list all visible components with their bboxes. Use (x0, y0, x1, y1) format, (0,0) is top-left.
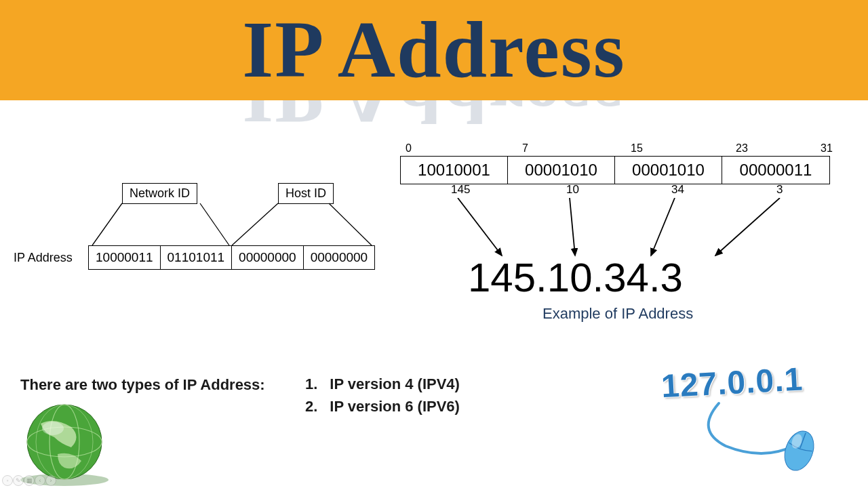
svg-line-1 (200, 203, 229, 245)
svg-point-14 (42, 422, 64, 435)
bit-pos: 15 (631, 142, 643, 155)
svg-line-2 (232, 203, 278, 245)
toolbar-btn[interactable]: ◦ (2, 475, 13, 486)
binary-octet-table: 10010001 00001010 00001010 00000011 (400, 156, 830, 184)
arrows-icon (400, 198, 841, 262)
list-number: 2. (305, 395, 317, 418)
list-text: IP version 6 (IPV6) (330, 395, 460, 418)
octet-cell: 10010001 (401, 157, 508, 184)
bracket-lines-icon (88, 202, 387, 247)
network-id-box: Network ID (122, 183, 197, 204)
ip-octet-table: 10000011 01101011 00000000 00000000 (88, 245, 375, 270)
bit-pos: 23 (736, 142, 748, 155)
title-reflection: IP Address (0, 100, 868, 141)
list-text: IP version 4 (IPV4) (330, 373, 460, 395)
title-banner: IP Address (0, 0, 868, 100)
localhost-graphic: 127.0.0.1 (661, 363, 851, 478)
octet-cell: 10000011 (89, 246, 161, 269)
example-caption: Example of IP Address (542, 305, 693, 323)
decimal-value: 34 (671, 183, 684, 197)
decimal-value: 3 (776, 183, 783, 197)
octet-cell: 01101011 (161, 246, 233, 269)
toolbar-btn[interactable]: › (45, 475, 56, 486)
decimal-value: 145 (451, 183, 470, 197)
octet-cell: 00000011 (722, 157, 829, 184)
bit-pos: 7 (522, 142, 528, 155)
list-number: 1. (305, 373, 317, 395)
ip-address-label: IP Address (14, 251, 73, 265)
bit-pos: 31 (821, 142, 833, 155)
example-ip-value: 145.10.34.3 (468, 254, 683, 301)
svg-line-6 (651, 198, 675, 256)
types-list: 1. IP version 4 (IPV4) 2. IP version 6 (… (305, 373, 460, 418)
list-item: 1. IP version 4 (IPV4) (305, 373, 460, 395)
svg-line-4 (458, 198, 502, 256)
host-id-box: Host ID (278, 183, 334, 204)
types-heading: There are two types of IP Address: (20, 376, 265, 394)
bit-pos: 0 (406, 142, 412, 155)
decimal-value: 10 (566, 183, 579, 197)
octet-cell: 00001010 (508, 157, 615, 184)
svg-line-5 (570, 198, 575, 256)
svg-line-3 (329, 203, 372, 245)
octet-cell: 00001010 (615, 157, 722, 184)
slide-toolbar: ◦ ✎ ▦ ‹ › (2, 475, 56, 486)
mouse-icon (661, 393, 851, 474)
toolbar-btn[interactable]: ▦ (24, 475, 35, 486)
page-title: IP Address (242, 4, 625, 96)
list-item: 2. IP version 6 (IPV6) (305, 395, 460, 418)
octet-cell: 00000000 (232, 246, 304, 269)
toolbar-btn[interactable]: ‹ (35, 475, 45, 486)
octet-cell: 00000000 (304, 246, 375, 269)
svg-line-7 (715, 198, 780, 256)
svg-line-0 (92, 203, 122, 245)
toolbar-btn[interactable]: ✎ (13, 475, 24, 486)
